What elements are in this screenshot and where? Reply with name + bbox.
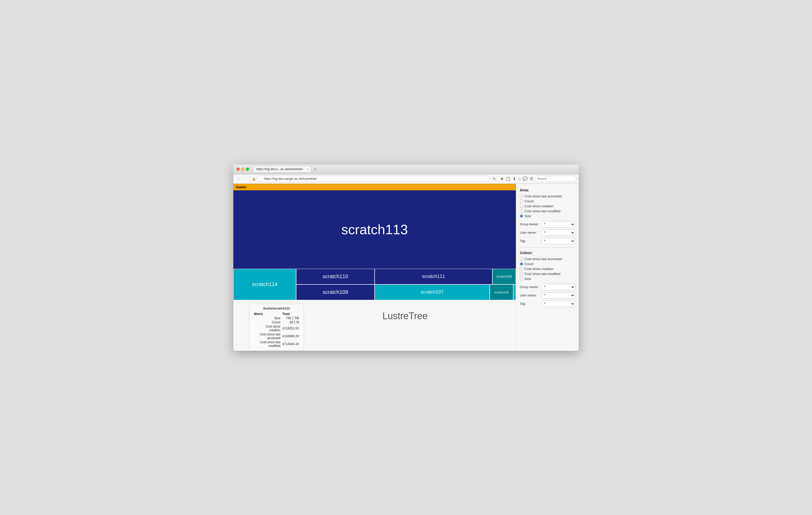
area-radio-area-cost-modified[interactable] — [520, 209, 523, 213]
colour-user-owner-select[interactable]: * — [542, 292, 575, 299]
tab-bar: https://hgi.dev.s...ac.uk/lustretree/ × … — [253, 166, 576, 173]
tooltip-metric: Cost since last accessed — [253, 332, 282, 340]
bookmark-icon[interactable]: ★ — [500, 177, 503, 181]
colour-radio-item-col-cost-modified[interactable]: Cost since last modified — [520, 272, 575, 276]
close-button[interactable] — [236, 168, 240, 171]
area-radio-item-area-cost-creation[interactable]: Cost since creation — [520, 204, 575, 208]
browser-tab[interactable]: https://hgi.dev.s...ac.uk/lustretree/ × — [253, 166, 311, 173]
share-icon[interactable]: 💬 — [523, 177, 528, 181]
area-radio-label-area-cost-modified: Cost since last modified — [524, 209, 560, 213]
toolbar-icons: ★ 📋 ⬇ ⌂ 💬 ☰ — [500, 177, 533, 181]
app-title: LustreTree — [382, 310, 428, 322]
treemap-cell-scratch109[interactable]: scratch109 — [296, 284, 375, 300]
colour-radio-item-col-count[interactable]: Count — [520, 262, 575, 266]
tooltip-metric: Size — [253, 316, 282, 320]
colour-radio-label-col-cost-creation: Cost since creation — [524, 267, 554, 271]
colour-radio-col-cost-modified[interactable] — [520, 272, 523, 276]
tooltip-value: £102880.20 — [282, 332, 300, 340]
colour-radio-label-col-cost-accessed: Cost since last accessed — [524, 257, 562, 261]
treemap[interactable]: scratch113 scratch114 scratch110 scra — [233, 190, 516, 300]
title-bar: https://hgi.dev.s...ac.uk/lustretree/ × … — [233, 164, 579, 174]
controls-panel: Area: Cost since last accessedCountCost … — [516, 184, 579, 351]
colour-user-owner-label: User owner: — [520, 294, 541, 297]
area-group-owner-row: Group owner: * — [520, 221, 575, 228]
treemap-cell-scratch107[interactable]: scratch107 — [375, 284, 490, 300]
main-layout: /lustre scratch113 scratch114 scra — [233, 184, 579, 351]
treemap-right-top: scratch111 scratch106 — [375, 269, 516, 284]
url-input[interactable] — [257, 176, 490, 182]
colour-group-owner-label: Group owner: — [520, 285, 541, 289]
area-radio-label-area-count: Count — [524, 199, 534, 203]
area-user-owner-row: User owner: * — [520, 230, 575, 236]
treemap-cell-scratch106[interactable]: scratch106 — [492, 269, 516, 284]
area-radio-label-area-cost-accessed: Cost since last accessed — [524, 194, 562, 198]
area-radio-item-area-cost-accessed[interactable]: Cost since last accessed — [520, 194, 575, 198]
colour-radio-col-cost-accessed[interactable] — [520, 257, 523, 261]
colour-radio-col-count[interactable] — [520, 262, 523, 266]
tab-close-icon[interactable]: × — [307, 168, 309, 171]
area-radio-item-area-cost-modified[interactable]: Cost since last modified — [520, 209, 575, 213]
colour-radio-col-cost-creation[interactable] — [520, 267, 523, 271]
tooltip-value: £118201.61 — [282, 325, 300, 332]
treemap-cell-scratch113[interactable]: scratch113 — [233, 190, 516, 269]
colour-radio-item-col-cost-accessed[interactable]: Cost since last accessed — [520, 257, 575, 261]
tooltip-metric: Cost since creation — [253, 325, 282, 332]
forward-button[interactable]: → — [243, 176, 250, 182]
home-icon[interactable]: ⌂ — [518, 177, 521, 181]
colour-tag-label: Tag: — [520, 302, 541, 306]
treemap-cell-scratch116-label: scratch116 — [494, 291, 509, 294]
new-tab-button[interactable]: + — [313, 166, 318, 172]
back-button[interactable]: ← — [235, 176, 242, 182]
area-group-owner-select[interactable]: * — [542, 221, 575, 228]
treemap-cell-scratch110[interactable]: scratch110 — [296, 269, 375, 284]
area-tag-select[interactable]: * — [542, 238, 575, 244]
tooltip-metric: Count — [253, 320, 282, 325]
colour-radio-item-col-size[interactable]: Size — [520, 277, 575, 281]
minimize-button[interactable] — [241, 168, 244, 171]
tooltip-panel: /lustre/scratch113 Metric Total Size746.… — [249, 304, 304, 351]
colour-tag-select[interactable]: * — [542, 301, 575, 307]
tooltip-value: £714344.24 — [282, 340, 300, 348]
tooltip-title: /lustre/scratch113 — [253, 307, 300, 310]
menu-icon[interactable]: ☰ — [530, 177, 533, 181]
treemap-bottom-row: scratch114 scratch110 scratch109 — [233, 269, 516, 300]
maximize-button[interactable] — [246, 168, 249, 171]
area-radio-item-area-size[interactable]: Size — [520, 214, 575, 218]
treemap-cell-scratch116[interactable]: scratch116 — [490, 284, 513, 300]
area-radio-area-count[interactable] — [520, 200, 523, 203]
area-radio-area-size[interactable] — [520, 214, 523, 218]
colour-radio-item-col-cost-creation[interactable]: Cost since creation — [520, 267, 575, 271]
colour-user-owner-row: User owner: * — [520, 292, 575, 299]
treemap-cell-scratch107-label: scratch107 — [420, 290, 444, 295]
treemap-cell-scratch114[interactable]: scratch114 — [233, 269, 296, 300]
treemap-cell-scratch114-label: scratch114 — [252, 281, 278, 287]
area-user-owner-select[interactable]: * — [542, 230, 575, 236]
search-input[interactable] — [535, 176, 577, 182]
area-radio-item-area-count[interactable]: Count — [520, 199, 575, 203]
tooltip-header-metric: Metric — [253, 312, 282, 316]
download-icon[interactable]: ⬇ — [513, 177, 516, 181]
browser-window: https://hgi.dev.s...ac.uk/lustretree/ × … — [233, 164, 579, 351]
colour-section-title: Colour: — [520, 251, 575, 255]
area-group-owner-label: Group owner: — [520, 222, 541, 226]
area-radio-area-cost-creation[interactable] — [520, 205, 523, 208]
area-radio-group: Cost since last accessedCountCost since … — [520, 194, 575, 218]
colour-radio-col-size[interactable] — [520, 277, 523, 280]
treemap-cell-scratch113-label: scratch113 — [341, 222, 408, 237]
treemap-cell-scratch111[interactable]: scratch111 — [375, 269, 492, 284]
lock-icon: 🔒 — [252, 177, 256, 181]
area-radio-area-cost-accessed[interactable] — [520, 194, 523, 198]
reload-button[interactable]: ↻ — [491, 176, 498, 182]
tab-url-label: https://hgi.dev.s...ac.uk/lustretree/ — [256, 167, 303, 171]
area-user-owner-label: User owner: — [520, 231, 541, 235]
readinglist-icon[interactable]: 📋 — [506, 177, 511, 181]
colour-group-owner-select[interactable]: * — [542, 284, 575, 290]
area-radio-label-area-cost-creation: Cost since creation — [524, 204, 554, 208]
tooltip-value: 38.1 M — [282, 320, 300, 325]
treemap-cell-scratch106-label: scratch106 — [496, 275, 512, 278]
colour-tag-row: Tag: * — [520, 301, 575, 307]
breadcrumb[interactable]: /lustre — [233, 184, 516, 190]
tooltip-header-total: Total — [282, 312, 300, 316]
area-tag-label: Tag: — [520, 239, 541, 243]
tooltip-value: 746.1 TiB — [282, 316, 300, 320]
